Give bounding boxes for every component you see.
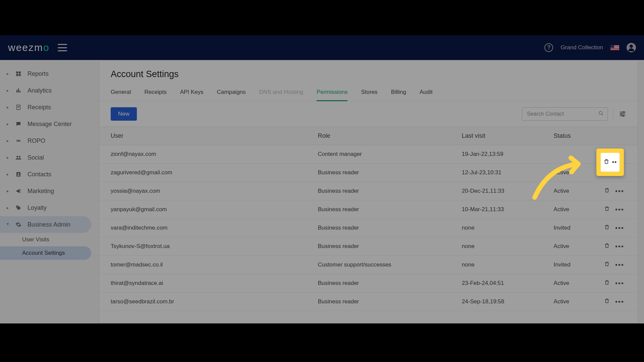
cell-user: tarso@seedbrazil.com.br bbox=[99, 293, 312, 311]
sidebar-sub-user-visits[interactable]: User Visits bbox=[0, 233, 94, 246]
table-row[interactable]: Tsykunov-S@foxtrot.uaBusiness readernone… bbox=[99, 237, 638, 256]
sidebar-item-receipts[interactable]: ▸ Receipts bbox=[0, 99, 94, 116]
more-icon[interactable]: ••• bbox=[615, 206, 624, 213]
trash-icon[interactable] bbox=[604, 261, 610, 268]
svg-rect-2 bbox=[16, 74, 18, 76]
sidebar-sub-account-settings[interactable]: Account Settings bbox=[0, 246, 91, 260]
cell-user: yossia@nayax.com bbox=[99, 182, 312, 200]
account-name[interactable]: Grand Collection bbox=[560, 44, 603, 51]
trash-icon[interactable] bbox=[603, 159, 609, 166]
main-panel: Account Settings General Receipts API Ke… bbox=[99, 60, 638, 323]
sidebar-item-analytics[interactable]: ▸ Analytics bbox=[0, 82, 94, 99]
cell-status bbox=[548, 145, 598, 164]
more-icon[interactable]: ••• bbox=[615, 188, 624, 194]
cell-last-visit: 19-Jan-22,13:59 bbox=[456, 145, 548, 164]
sidebar-item-social[interactable]: ▸ Social bbox=[0, 149, 94, 166]
cell-last-visit: 24-Sep-18,19:58 bbox=[456, 293, 548, 311]
table-row[interactable]: yossia@nayax.comBusiness reader20-Dec-21… bbox=[99, 182, 638, 200]
filter-settings-icon[interactable] bbox=[619, 110, 626, 118]
sidebar-item-loyalty[interactable]: ▸ Loyalty bbox=[0, 199, 94, 216]
col-header-user[interactable]: User bbox=[99, 127, 312, 145]
tab-stores[interactable]: Stores bbox=[361, 85, 377, 101]
chevron-right-icon: ▸ bbox=[7, 71, 9, 76]
more-icon[interactable]: ••• bbox=[615, 243, 624, 250]
receipt-icon bbox=[15, 104, 22, 111]
more-icon[interactable]: ••• bbox=[615, 225, 624, 231]
cell-status: Active bbox=[548, 293, 598, 311]
table-row[interactable]: zagurivered@gmail.comBusiness reader12-J… bbox=[99, 164, 638, 182]
toolbar-divider bbox=[613, 109, 613, 119]
cell-last-visit: 12-Jul-23,10:31 bbox=[456, 164, 548, 182]
trash-icon[interactable] bbox=[604, 243, 610, 250]
locale-flag-icon[interactable] bbox=[610, 45, 619, 51]
trash-icon[interactable] bbox=[604, 187, 610, 195]
more-icon[interactable]: ••• bbox=[615, 280, 624, 287]
topbar: weezmo ? Grand Collection bbox=[0, 35, 644, 60]
sidebar-item-message-center[interactable]: ▸ Message Center bbox=[0, 116, 94, 132]
sidebar-item-marketing[interactable]: ▸ Marketing bbox=[0, 183, 94, 199]
search-input[interactable] bbox=[522, 107, 608, 121]
user-avatar-icon[interactable] bbox=[627, 43, 636, 52]
tab-api-keys[interactable]: API Keys bbox=[180, 85, 204, 101]
sidebar-sub-label: Account Settings bbox=[22, 250, 65, 256]
menu-toggle-icon[interactable] bbox=[58, 44, 67, 51]
brand-logo: weezmo bbox=[8, 42, 50, 53]
col-header-actions bbox=[598, 127, 638, 145]
svg-line-16 bbox=[602, 114, 603, 115]
table-row[interactable]: tomer@madsec.co.ilCustomer support/succe… bbox=[99, 256, 638, 274]
col-header-status[interactable]: Status bbox=[548, 127, 598, 145]
more-icon[interactable]: ••• bbox=[615, 298, 624, 305]
cell-actions: ••• bbox=[598, 274, 638, 293]
cell-user: vara@inditechme.com bbox=[99, 219, 312, 237]
tab-permissions[interactable]: Permissions bbox=[317, 85, 348, 101]
cell-actions: ••• bbox=[598, 256, 638, 274]
tab-billing[interactable]: Billing bbox=[391, 85, 406, 101]
sidebar-item-label: ROPO bbox=[28, 137, 45, 144]
tab-receipts[interactable]: Receipts bbox=[144, 85, 166, 101]
tab-audit[interactable]: Audit bbox=[420, 85, 433, 101]
cell-status: Active bbox=[548, 200, 598, 219]
table-row[interactable]: tarso@seedbrazil.com.brBusiness reader24… bbox=[99, 293, 638, 311]
chevron-right-icon: ▸ bbox=[7, 122, 9, 126]
infinity-icon bbox=[15, 137, 22, 144]
svg-rect-0 bbox=[16, 71, 18, 73]
trash-icon[interactable] bbox=[604, 280, 610, 287]
brand-text: weezm bbox=[8, 42, 43, 53]
table-row[interactable]: thirat@syndatrace.aiBusiness reader23-Fe… bbox=[99, 274, 638, 293]
sidebar-item-reports[interactable]: ▸ Reports bbox=[0, 65, 94, 82]
table-row[interactable]: vara@inditechme.comBusiness readernoneIn… bbox=[99, 219, 638, 237]
svg-point-14 bbox=[17, 206, 18, 207]
cell-role: Business reader bbox=[312, 293, 455, 311]
annotation-highlight-box: •• bbox=[596, 148, 624, 176]
trash-icon[interactable] bbox=[604, 206, 610, 213]
tab-general[interactable]: General bbox=[111, 85, 131, 101]
tab-campaigns[interactable]: Campaigns bbox=[217, 85, 246, 101]
cell-role: Business reader bbox=[312, 237, 455, 256]
svg-point-11 bbox=[19, 156, 20, 158]
new-button[interactable]: New bbox=[111, 107, 137, 121]
sidebar-item-contacts[interactable]: ▸ Contacts bbox=[0, 166, 94, 183]
sidebar-item-label: Loyalty bbox=[28, 204, 47, 212]
cell-actions: ••• bbox=[598, 182, 638, 200]
svg-point-20 bbox=[621, 113, 622, 115]
cell-user: zagurivered@gmail.com bbox=[99, 164, 312, 182]
col-header-role[interactable]: Role bbox=[312, 127, 455, 145]
cell-user: zionf@nayax.com bbox=[99, 145, 312, 164]
cell-role: Business reader bbox=[312, 274, 455, 293]
help-icon[interactable]: ? bbox=[544, 43, 553, 52]
col-header-last-visit[interactable]: Last visit bbox=[456, 127, 548, 145]
sidebar-sub-label: User Visits bbox=[22, 236, 49, 243]
trash-icon[interactable] bbox=[604, 224, 610, 232]
chevron-right-icon: ▸ bbox=[7, 205, 9, 210]
table-row[interactable]: zionf@nayax.comContent manager19-Jan-22,… bbox=[99, 145, 638, 164]
cell-status: Active bbox=[548, 164, 598, 182]
table-row[interactable]: yanpayuk@gmail.comBusiness reader10-Mar-… bbox=[99, 200, 638, 219]
more-icon[interactable]: ••• bbox=[615, 261, 624, 268]
search-icon bbox=[598, 111, 604, 117]
cell-role: Business reader bbox=[312, 200, 455, 219]
svg-point-13 bbox=[18, 173, 19, 175]
more-icon[interactable]: •• bbox=[612, 159, 617, 166]
sidebar-item-ropo[interactable]: ▸ ROPO bbox=[0, 132, 94, 149]
sidebar-item-business-admin[interactable]: ▸ Business Admin bbox=[0, 216, 91, 233]
trash-icon[interactable] bbox=[604, 298, 610, 305]
